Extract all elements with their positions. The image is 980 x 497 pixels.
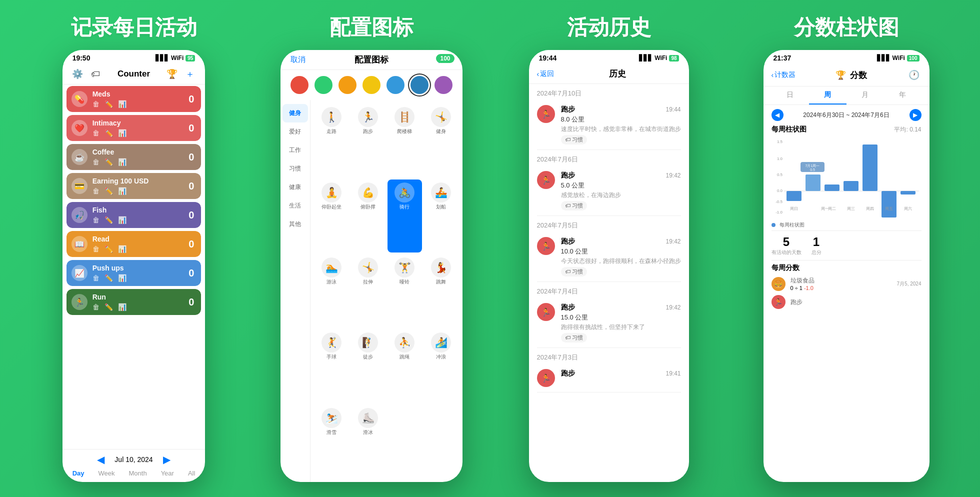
tab-day[interactable]: Day (70, 468, 86, 478)
delete-icon-read[interactable]: 🗑 (92, 245, 100, 253)
icon-pushup[interactable]: 💪 俯卧撑 (351, 180, 386, 252)
icon-gym[interactable]: 🤸 健身 (424, 104, 458, 177)
activity-coffee-main[interactable]: ☕ Coffee 🗑 ✏️ 📊 0 (66, 144, 202, 170)
tab-year[interactable]: Year (159, 468, 176, 478)
edit-icon-fish[interactable]: ✏️ (104, 216, 113, 224)
chart-icon-read[interactable]: 📊 (118, 245, 126, 253)
history-item-3[interactable]: 🏃 跑步 19:42 15.0 公里 跑得很有挑战性，但坚持下来了 🏷 习惯 (537, 298, 681, 348)
coffee-content: Coffee 🗑 ✏️ 📊 (88, 148, 189, 166)
color-yellow[interactable] (362, 76, 380, 94)
delete-icon-earning[interactable]: 🗑 (92, 187, 100, 195)
delete-icon-pushups[interactable]: 🗑 (92, 274, 100, 282)
history-item-1[interactable]: 🏃 跑步 19:42 5.0 公里 感觉放松，在海边跑步 🏷 习惯 (537, 166, 681, 216)
activity-fish-main[interactable]: 🎣 Fish 🗑 ✏️ 📊 0 (66, 202, 202, 228)
icon-run[interactable]: 🏃 跑步 (351, 104, 386, 177)
right-icons: 🏆 ＋ (165, 67, 197, 81)
next-date-btn[interactable]: ▶ (163, 454, 170, 466)
icon-walk[interactable]: 🚶 走路 (314, 104, 349, 177)
icon-bike[interactable]: 🚴 骑行 (388, 180, 422, 252)
cancel-btn[interactable]: 取消 (290, 55, 306, 64)
delete-icon-coffee[interactable]: 🗑 (92, 158, 100, 166)
color-green[interactable] (314, 76, 332, 94)
tab-year-4[interactable]: 年 (884, 86, 922, 104)
back-btn-3[interactable]: ‹ 返回 (537, 70, 554, 78)
activity-earning-main[interactable]: 💳 Earning 100 USD 🗑 ✏️ 📊 0 (66, 173, 202, 199)
score-section-title: 每周分数 (772, 264, 922, 272)
edit-icon-run[interactable]: ✏️ (104, 303, 113, 311)
edit-icon-earning[interactable]: ✏️ (104, 187, 113, 195)
activity-meds-main[interactable]: 💊 Meds 🗑 ✏️ 📊 0 (66, 86, 202, 112)
chart-icon-fish[interactable]: 📊 (118, 216, 126, 224)
activity-pushups-main[interactable]: 📈 Push ups 🗑 ✏️ 📊 0 (66, 260, 202, 286)
prev-date-btn[interactable]: ◀ (97, 454, 104, 466)
tag-icon[interactable]: 🏷 (88, 67, 102, 81)
chart-icon-pushups[interactable]: 📊 (118, 274, 126, 282)
delete-icon-meds[interactable]: 🗑 (92, 100, 100, 108)
cat-health[interactable]: 健康 (280, 178, 310, 196)
icon-surf[interactable]: 🏄 冲浪 (424, 330, 458, 402)
tab-week[interactable]: Week (96, 468, 116, 478)
color-red[interactable] (290, 76, 308, 94)
next-range-btn[interactable]: ▶ (910, 109, 922, 121)
delete-icon-intimacy[interactable]: 🗑 (92, 129, 100, 137)
delete-icon-run[interactable]: 🗑 (92, 303, 100, 311)
icon-ski[interactable]: ⛷️ 滑雪 (314, 405, 349, 478)
tab-day-4[interactable]: 日 (772, 86, 809, 104)
clock-icon-4[interactable]: 🕐 (907, 68, 921, 82)
icon-jump-rope[interactable]: ⛹️ 跳绳 (388, 330, 422, 402)
back-btn-4[interactable]: ‹ 计数器 (772, 70, 796, 80)
cat-habit[interactable]: 习惯 (280, 160, 310, 178)
chart-icon-coffee[interactable]: 📊 (118, 158, 126, 166)
tab-month[interactable]: Month (126, 468, 148, 478)
icon-dance[interactable]: 💃 跳舞 (424, 254, 458, 328)
icon-hike[interactable]: 🧗 徒步 (351, 330, 386, 402)
activity-read-main[interactable]: 📖 Read 🗑 ✏️ 📊 0 (66, 231, 202, 257)
tab-month-4[interactable]: 月 (846, 86, 884, 104)
chart-icon-intimacy[interactable]: 📊 (118, 129, 126, 137)
edit-icon-pushups[interactable]: ✏️ (104, 274, 113, 282)
prev-range-btn[interactable]: ◀ (772, 109, 784, 121)
chart-icon-run[interactable]: 📊 (118, 303, 126, 311)
history-item-4[interactable]: 🏃 跑步 19:41 (537, 364, 681, 392)
edit-icon-meds[interactable]: ✏️ (104, 100, 113, 108)
icon-dumbbell[interactable]: 🏋️ 哑铃 (388, 254, 422, 328)
settings-icon[interactable]: ⚙️ (70, 67, 84, 81)
icon-skate[interactable]: ⛸️ 滑冰 (351, 405, 386, 478)
run-label: 跑步 (363, 128, 373, 135)
tab-week-4[interactable]: 周 (809, 86, 846, 104)
icon-situp[interactable]: 🧘 仰卧起坐 (314, 180, 349, 252)
icon-stretch[interactable]: 🤸 拉伸 (351, 254, 386, 328)
icon-handball[interactable]: 🤾 手球 (314, 330, 349, 402)
color-purple[interactable] (434, 76, 452, 94)
trophy-icon[interactable]: 🏆 (165, 67, 179, 81)
cat-fitness[interactable]: 健身 (282, 104, 308, 122)
edit-icon-intimacy[interactable]: ✏️ (104, 129, 113, 137)
color-orange[interactable] (338, 76, 356, 94)
cat-life[interactable]: 生活 (280, 196, 310, 215)
history-icon-2: 🏃 (537, 237, 555, 255)
icon-swim[interactable]: 🏊 游泳 (314, 254, 349, 328)
section-title-4: 分数柱状图 (794, 15, 899, 40)
history-item-0[interactable]: 🏃 跑步 19:44 8.0 公里 速度比平时快，感觉非常棒，在城市街道跑步 🏷… (537, 100, 681, 150)
chart-icon-meds[interactable]: 📊 (118, 100, 126, 108)
history-item-2[interactable]: 🏃 跑步 19:42 10.0 公里 今天状态很好，跑得很顺利，在森林小径跑步 … (537, 232, 681, 282)
cat-other[interactable]: 其他 (280, 215, 310, 234)
tab-all[interactable]: All (186, 468, 197, 478)
icon-row[interactable]: 🚣 划船 (424, 180, 458, 252)
add-icon[interactable]: ＋ (183, 67, 197, 81)
chart-icon-earning[interactable]: 📊 (118, 187, 126, 195)
history-time-0: 19:44 (666, 106, 680, 113)
activity-intimacy-main[interactable]: ❤️ Intimacy 🗑 ✏️ 📊 0 (66, 115, 202, 141)
svg-text:周六: 周六 (904, 206, 912, 211)
color-blue[interactable] (386, 76, 404, 94)
edit-icon-coffee[interactable]: ✏️ (104, 158, 113, 166)
screen2-title: 配置图标 (354, 54, 388, 66)
edit-icon-read[interactable]: ✏️ (104, 245, 113, 253)
cat-work[interactable]: 工作 (280, 141, 310, 160)
delete-icon-fish[interactable]: 🗑 (92, 216, 100, 224)
color-dark-blue[interactable] (410, 76, 428, 94)
activity-run-main[interactable]: 🏃 Run 🗑 ✏️ 📊 0 (66, 289, 202, 315)
icon-stairs[interactable]: 🪜 爬楼梯 (388, 104, 422, 177)
cat-hobby[interactable]: 爱好 (280, 122, 310, 141)
chart-legend: 每周柱状图 (772, 222, 922, 228)
